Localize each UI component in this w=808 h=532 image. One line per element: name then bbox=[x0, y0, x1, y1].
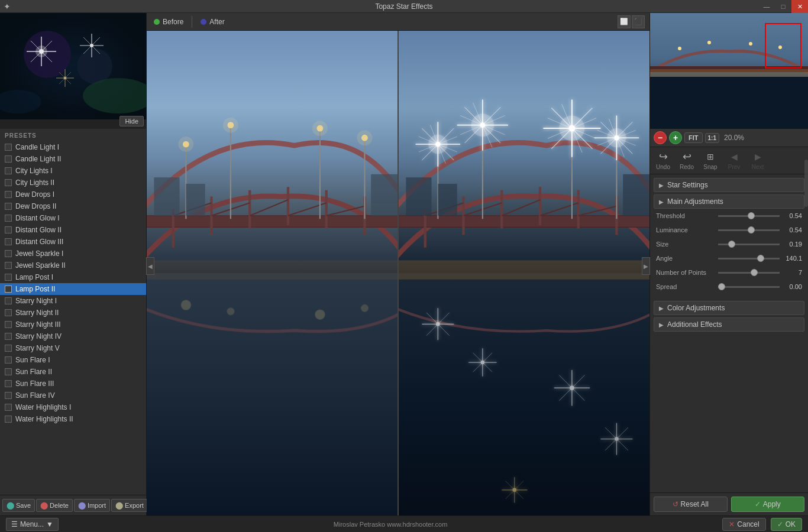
preset-item[interactable]: Distant Glow III bbox=[0, 236, 146, 248]
reset-all-label: Reset All bbox=[681, 500, 709, 508]
main-adjustments-header[interactable]: ▶ Main Adjustments bbox=[654, 194, 804, 209]
before-text: Before bbox=[163, 18, 183, 26]
right-panel: − + FIT 1:1 20.0% ↩ Undo ↩ Redo ⊞ Snap bbox=[649, 13, 808, 515]
prev-button[interactable]: ◀ Prev bbox=[725, 150, 744, 171]
preset-item[interactable]: Starry Night I bbox=[0, 295, 146, 307]
left-collapse-arrow[interactable]: ◀ bbox=[146, 257, 154, 275]
svg-point-53 bbox=[361, 304, 369, 312]
scroll-thumb[interactable] bbox=[804, 174, 808, 207]
preset-item[interactable]: Sun Flare I bbox=[0, 354, 146, 366]
preset-file-icon bbox=[5, 262, 12, 269]
snap-button[interactable]: ⊞ Snap bbox=[701, 150, 720, 171]
preset-item[interactable]: Sun Flare II bbox=[0, 366, 146, 378]
luminance-slider[interactable] bbox=[718, 229, 780, 231]
angle-slider[interactable] bbox=[718, 258, 780, 259]
preview-svg bbox=[0, 13, 146, 119]
plus-icon: + bbox=[673, 133, 678, 142]
preset-item[interactable]: Distant Glow I bbox=[0, 212, 146, 224]
save-preset-button[interactable]: ⬤ Save bbox=[2, 499, 35, 512]
preset-item[interactable]: Starry Night IV bbox=[0, 330, 146, 342]
presets-list[interactable]: Candle Light ICandle Light IICity Lights… bbox=[0, 141, 146, 495]
preset-file-icon bbox=[5, 179, 12, 186]
titlebar: ✦ Topaz Star Effects — □ ✕ bbox=[0, 0, 808, 13]
before-dot bbox=[154, 19, 160, 25]
menu-label: Menu... bbox=[20, 520, 44, 528]
preset-file-icon bbox=[5, 356, 12, 364]
preset-item[interactable]: Sun Flare IV bbox=[0, 390, 146, 401]
export-preset-button[interactable]: ⬤ Export bbox=[111, 499, 148, 512]
preset-item[interactable]: Sun Flare III bbox=[0, 378, 146, 390]
preset-item[interactable]: Distant Glow II bbox=[0, 224, 146, 236]
preset-item[interactable]: Dew Drops I bbox=[0, 189, 146, 200]
reset-all-button[interactable]: ↺ Reset All bbox=[654, 497, 728, 512]
mini-preview bbox=[650, 13, 808, 129]
preset-label: Sun Flare II bbox=[15, 368, 52, 376]
preset-label: Starry Night V bbox=[15, 344, 60, 352]
preset-item[interactable]: Lamp Post I bbox=[0, 271, 146, 283]
redo-icon: ↩ bbox=[680, 151, 694, 163]
cancel-button[interactable]: ✕ Cancel bbox=[722, 518, 765, 531]
next-button[interactable]: ▶ Next bbox=[748, 150, 767, 171]
cancel-icon: ✕ bbox=[729, 520, 735, 528]
apply-button[interactable]: ✓ Apply bbox=[731, 497, 805, 512]
right-bottom: ↺ Reset All ✓ Apply bbox=[650, 492, 808, 515]
titlebar-controls: — □ ✕ bbox=[758, 0, 808, 13]
chevron-right-icon: ▶ bbox=[644, 263, 648, 270]
preset-item[interactable]: Dew Drops II bbox=[0, 200, 146, 212]
right-collapse-arrow[interactable]: ▶ bbox=[642, 257, 650, 275]
preset-item[interactable]: Starry Night II bbox=[0, 307, 146, 319]
undo-button[interactable]: ↩ Undo bbox=[654, 150, 673, 171]
preset-item[interactable]: Water Highlights I bbox=[0, 401, 146, 413]
after-image bbox=[399, 31, 649, 515]
threshold-slider[interactable] bbox=[718, 215, 780, 217]
ok-label: OK bbox=[786, 520, 796, 528]
preset-label: Candle Light II bbox=[15, 155, 61, 163]
preview-image bbox=[0, 13, 146, 119]
minimize-button[interactable]: — bbox=[758, 0, 775, 13]
preset-item[interactable]: Candle Light I bbox=[0, 141, 146, 153]
preset-label: Sun Flare I bbox=[15, 356, 50, 364]
star-settings-header[interactable]: ▶ Star Settings bbox=[654, 178, 804, 192]
preset-label: Distant Glow I bbox=[15, 214, 60, 222]
svg-point-43 bbox=[312, 121, 328, 136]
import-preset-button[interactable]: ⬤ Import bbox=[74, 499, 110, 512]
preset-label: Distant Glow III bbox=[15, 238, 63, 246]
preset-item[interactable]: Starry Night III bbox=[0, 319, 146, 330]
size-slider-container bbox=[718, 239, 780, 249]
maximize-button[interactable]: □ bbox=[775, 0, 791, 13]
preset-item[interactable]: Jewel Sparkle I bbox=[0, 248, 146, 259]
hide-button[interactable]: Hide bbox=[119, 116, 144, 126]
preset-item[interactable]: City Lights II bbox=[0, 177, 146, 189]
preset-item[interactable]: Lamp Post II bbox=[0, 283, 146, 295]
svg-point-2 bbox=[77, 48, 112, 84]
zoom-minus-button[interactable]: − bbox=[654, 131, 667, 144]
preset-item[interactable]: Jewel Sparkle II bbox=[0, 259, 146, 271]
zoom-1to1-button[interactable]: 1:1 bbox=[705, 133, 719, 143]
svg-rect-23 bbox=[147, 216, 397, 227]
preset-item[interactable]: Water Highlights II bbox=[0, 413, 146, 425]
size-slider[interactable] bbox=[718, 244, 780, 245]
color-adjustments-header[interactable]: ▶ Color Adjustments bbox=[654, 301, 804, 315]
delete-preset-button[interactable]: ⬤ Delete bbox=[36, 499, 73, 512]
preset-label: Jewel Sparkle II bbox=[15, 261, 66, 270]
close-button[interactable]: ✕ bbox=[791, 0, 808, 13]
preset-item[interactable]: Candle Light II bbox=[0, 153, 146, 165]
size-row: Size 0.19 bbox=[654, 239, 804, 249]
preset-label: Candle Light I bbox=[15, 143, 59, 151]
luminance-row: Luminance 0.54 bbox=[654, 225, 804, 235]
preset-item[interactable]: Starry Night V bbox=[0, 342, 146, 354]
redo-button[interactable]: ↩ Redo bbox=[677, 150, 696, 171]
angle-label: Angle bbox=[656, 255, 718, 262]
menu-button[interactable]: ☰ Menu... ▼ bbox=[6, 518, 59, 531]
split-view-button[interactable]: ⬛ bbox=[632, 15, 645, 28]
threshold-label: Threshold bbox=[656, 212, 718, 219]
num-points-slider[interactable] bbox=[718, 272, 780, 274]
ok-button[interactable]: ✓ OK bbox=[771, 518, 802, 531]
spread-slider[interactable] bbox=[718, 286, 780, 288]
zoom-plus-button[interactable]: + bbox=[669, 131, 682, 144]
additional-effects-header[interactable]: ▶ Additional Effects bbox=[654, 317, 804, 332]
single-view-button[interactable]: ⬜ bbox=[618, 15, 631, 28]
svg-rect-54 bbox=[147, 260, 397, 279]
zoom-fit-button[interactable]: FIT bbox=[684, 132, 703, 143]
preset-item[interactable]: City Lights I bbox=[0, 165, 146, 177]
